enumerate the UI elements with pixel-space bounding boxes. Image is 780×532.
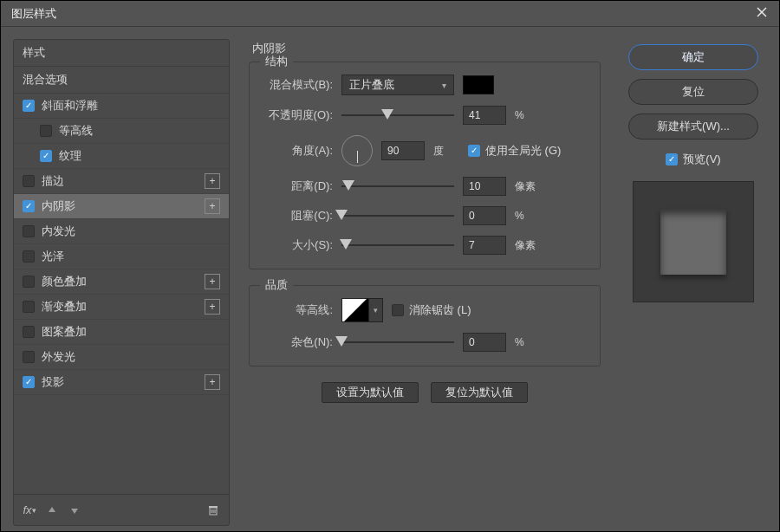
effect-label: 内阴影: [42, 198, 75, 214]
effect-item[interactable]: 斜面和浮雕: [14, 94, 229, 119]
effect-checkbox[interactable]: [40, 125, 52, 137]
reset-default-button[interactable]: 复位为默认值: [431, 382, 528, 403]
angle-unit: 度: [433, 144, 459, 159]
noise-slider[interactable]: [341, 334, 454, 350]
effect-label: 图案叠加: [42, 324, 87, 340]
effect-label: 渐变叠加: [42, 299, 87, 315]
quality-legend: 品质: [260, 277, 293, 293]
distance-input[interactable]: [463, 177, 506, 196]
effect-checkbox[interactable]: [23, 175, 35, 187]
titlebar: 图层样式: [1, 1, 779, 27]
choke-slider[interactable]: [341, 208, 454, 224]
global-light-checkbox[interactable]: 使用全局光 (G): [468, 143, 561, 159]
effect-label: 投影: [42, 374, 64, 390]
shadow-color-swatch[interactable]: [463, 75, 494, 94]
cancel-button[interactable]: 复位: [628, 79, 758, 105]
angle-input[interactable]: [381, 141, 425, 160]
set-default-button[interactable]: 设置为默认值: [322, 382, 419, 403]
blend-mode-select[interactable]: 正片叠底 ▾: [341, 75, 454, 95]
settings-panel: 内阴影 结构 混合模式(B): 正片叠底 ▾ 不透明度(O): %: [244, 39, 606, 526]
close-button[interactable]: [744, 1, 779, 27]
contour-label: 等高线:: [263, 302, 333, 318]
distance-label: 距离(D):: [263, 178, 333, 194]
add-effect-icon[interactable]: +: [205, 173, 220, 189]
add-effect-icon[interactable]: +: [205, 274, 220, 289]
effect-checkbox[interactable]: [23, 301, 35, 313]
effect-label: 内发光: [42, 224, 75, 239]
preview-swatch: [660, 209, 726, 275]
structure-group: 结构 混合模式(B): 正片叠底 ▾ 不透明度(O): % 角度(: [249, 62, 601, 269]
blend-mode-label: 混合模式(B):: [263, 77, 333, 93]
quality-group: 品质 等高线: ▾ 消除锯齿 (L) 杂色(N):: [249, 285, 601, 367]
choke-input[interactable]: [463, 206, 506, 225]
effect-label: 描边: [42, 173, 64, 189]
effect-item[interactable]: 纹理: [14, 144, 229, 169]
choke-label: 阻塞(C):: [263, 208, 333, 224]
add-effect-icon[interactable]: +: [205, 299, 220, 315]
size-slider[interactable]: [341, 237, 454, 253]
effect-checkbox[interactable]: [23, 326, 35, 338]
effect-item[interactable]: 光泽: [14, 244, 229, 269]
size-input[interactable]: [463, 236, 506, 255]
contour-picker[interactable]: [341, 298, 369, 322]
ok-button[interactable]: 确定: [628, 44, 758, 70]
effects-list-footer: fx▾: [14, 494, 229, 525]
move-up-icon[interactable]: [45, 503, 59, 517]
move-down-icon[interactable]: [68, 503, 81, 517]
action-panel: 确定 复位 新建样式(W)... 预览(V): [620, 39, 767, 526]
angle-label: 角度(A):: [263, 143, 333, 159]
checkbox-icon: [392, 304, 404, 316]
contour-dropdown[interactable]: ▾: [369, 298, 383, 322]
noise-label: 杂色(N):: [263, 334, 333, 350]
styles-header[interactable]: 样式: [14, 40, 229, 67]
antialias-checkbox[interactable]: 消除锯齿 (L): [392, 302, 471, 318]
effects-list: 样式 混合选项 斜面和浮雕等高线纹理描边+内阴影+内发光光泽颜色叠加+渐变叠加+…: [14, 40, 229, 494]
effect-item[interactable]: 投影+: [14, 370, 229, 395]
effect-checkbox[interactable]: [40, 150, 52, 162]
new-style-button[interactable]: 新建样式(W)...: [628, 114, 758, 139]
effect-label: 光泽: [42, 249, 64, 264]
opacity-unit: %: [515, 109, 541, 121]
effect-checkbox[interactable]: [23, 376, 35, 388]
effect-checkbox[interactable]: [23, 100, 35, 112]
effect-item[interactable]: 图案叠加: [14, 320, 229, 345]
effect-item[interactable]: 外发光: [14, 345, 229, 370]
blend-mode-value: 正片叠底: [349, 77, 394, 93]
effect-label: 外发光: [42, 349, 75, 365]
effect-item[interactable]: 颜色叠加+: [14, 269, 229, 295]
opacity-input[interactable]: [463, 106, 506, 125]
dialog-title: 图层样式: [11, 6, 56, 22]
effect-label: 等高线: [59, 123, 93, 139]
dialog-body: 样式 混合选项 斜面和浮雕等高线纹理描边+内阴影+内发光光泽颜色叠加+渐变叠加+…: [1, 27, 779, 531]
effects-list-panel: 样式 混合选项 斜面和浮雕等高线纹理描边+内阴影+内发光光泽颜色叠加+渐变叠加+…: [13, 39, 230, 526]
noise-input[interactable]: [463, 333, 506, 352]
effect-checkbox[interactable]: [23, 250, 35, 263]
antialias-label: 消除锯齿 (L): [409, 302, 471, 318]
effect-label: 斜面和浮雕: [42, 98, 98, 114]
blend-options-header[interactable]: 混合选项: [14, 67, 229, 94]
add-effect-icon[interactable]: +: [205, 374, 220, 390]
noise-unit: %: [515, 336, 541, 348]
layer-style-dialog: 图层样式 样式 混合选项 斜面和浮雕等高线纹理描边+内阴影+内发光光泽颜色叠加+…: [0, 0, 780, 532]
effect-checkbox[interactable]: [23, 225, 35, 237]
effect-item[interactable]: 内发光: [14, 219, 229, 244]
structure-legend: 结构: [260, 54, 293, 69]
effect-checkbox[interactable]: [23, 200, 35, 212]
fx-icon[interactable]: fx▾: [23, 503, 36, 517]
svg-rect-3: [209, 506, 218, 508]
effect-item[interactable]: 描边+: [14, 169, 229, 194]
angle-dial[interactable]: [341, 135, 373, 166]
preview-checkbox[interactable]: 预览(V): [666, 152, 720, 167]
effect-checkbox[interactable]: [23, 351, 35, 363]
effect-item[interactable]: 内阴影+: [14, 194, 229, 219]
effect-item[interactable]: 等高线: [14, 119, 229, 144]
effect-checkbox[interactable]: [23, 276, 35, 288]
size-label: 大小(S):: [263, 237, 333, 253]
add-effect-icon[interactable]: +: [205, 198, 220, 214]
distance-slider[interactable]: [341, 178, 454, 194]
opacity-slider[interactable]: [341, 107, 454, 123]
checkbox-icon: [666, 153, 678, 165]
effect-item[interactable]: 渐变叠加+: [14, 295, 229, 320]
chevron-down-icon: ▾: [442, 81, 446, 90]
trash-icon[interactable]: [206, 503, 220, 517]
